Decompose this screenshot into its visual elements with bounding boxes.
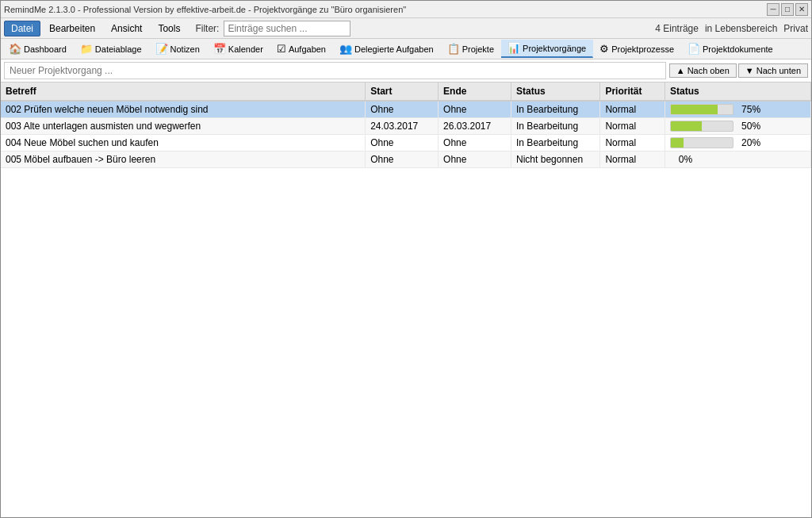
- cell-prioritaet: Normal: [600, 118, 665, 135]
- nav-dateiablage[interactable]: 📁 Dateiablage: [74, 40, 149, 57]
- move-down-button[interactable]: ▼ Nach unten: [738, 63, 808, 78]
- move-up-label: Nach oben: [688, 66, 730, 75]
- cell-start: Ohne: [366, 101, 439, 118]
- projektprozesse-icon: ⚙: [599, 43, 609, 55]
- cell-status: In Bearbeitung: [511, 118, 600, 135]
- nav-delegierte[interactable]: 👥 Delegierte Aufgaben: [333, 40, 441, 57]
- col-ende[interactable]: Ende: [439, 82, 511, 101]
- minimize-button[interactable]: ─: [767, 3, 779, 16]
- search-input[interactable]: [224, 21, 350, 36]
- up-down-buttons: ▲ Nach oben ▼ Nach unten: [669, 63, 808, 78]
- cell-status: Nicht begonnen: [511, 152, 600, 168]
- nav-notizen[interactable]: 📝 Notizen: [149, 40, 207, 57]
- progress-label: 0%: [670, 154, 692, 165]
- col-status[interactable]: Status: [511, 82, 600, 101]
- arrow-up-icon: ▲: [676, 66, 685, 75]
- lebensbereich-label: in Lebensbereich: [705, 23, 777, 34]
- privat-label: Privat: [783, 23, 808, 34]
- nav-projektdokumente-label: Projektdokumente: [703, 44, 773, 54]
- cell-progress: 50%: [665, 118, 811, 135]
- cell-ende: Ohne: [439, 101, 511, 118]
- nav-notizen-label: Notizen: [170, 44, 200, 54]
- progress-label: 75%: [738, 104, 760, 115]
- menu-bearbeiten[interactable]: Bearbeiten: [42, 21, 102, 36]
- menu-datei[interactable]: Datei: [4, 21, 40, 36]
- cell-start: Ohne: [366, 135, 439, 152]
- cell-start: Ohne: [366, 152, 439, 168]
- close-button[interactable]: ✕: [795, 3, 808, 16]
- cell-prioritaet: Normal: [600, 152, 665, 168]
- progress-bar-bg: [670, 121, 733, 132]
- arrow-down-icon: ▼: [745, 66, 754, 75]
- col-fortschritt[interactable]: Status: [665, 82, 811, 101]
- nav-projektvorgaenge-label: Projektvorgänge: [523, 44, 586, 53]
- cell-prioritaet: Normal: [600, 101, 665, 118]
- cell-betreff: 002 Prüfen welche neuen Möbel notwendig …: [1, 101, 366, 118]
- nav-bar: 🏠 Dashboard 📁 Dateiablage 📝 Notizen 📅 Ka…: [1, 39, 811, 59]
- dateiablage-icon: 📁: [80, 43, 93, 55]
- col-betreff[interactable]: Betreff: [1, 82, 366, 101]
- delegierte-icon: 👥: [339, 43, 352, 55]
- cell-progress: 0%: [665, 152, 811, 168]
- title-bar: RemindMe 2.1.3.0 - Professional Version …: [1, 1, 811, 18]
- nav-projekte[interactable]: 📋 Projekte: [441, 40, 501, 57]
- nav-aufgaben[interactable]: ☑ Aufgaben: [270, 40, 333, 57]
- progress-label: 50%: [738, 121, 760, 132]
- cell-progress: 75%: [665, 101, 811, 118]
- cell-prioritaet: Normal: [600, 135, 665, 152]
- nav-projektvorgaenge[interactable]: 📊 Projektvorgänge: [501, 40, 593, 58]
- nav-projekte-label: Projekte: [462, 44, 494, 54]
- maximize-button[interactable]: □: [781, 3, 794, 16]
- table-header: Betreff Start Ende Status Priorität Stat…: [1, 82, 811, 101]
- cell-ende: 26.03.2017: [439, 118, 511, 135]
- table-row[interactable]: 003 Alte unterlagen ausmisten und wegwer…: [1, 118, 811, 135]
- app-window: RemindMe 2.1.3.0 - Professional Version …: [0, 0, 812, 518]
- progress-bar-fill: [671, 121, 702, 131]
- nav-projektprozesse[interactable]: ⚙ Projektprozesse: [593, 40, 681, 57]
- menu-bar: Datei Bearbeiten Ansicht Tools Filter: 4…: [1, 18, 811, 39]
- cell-status: In Bearbeitung: [511, 135, 600, 152]
- title-bar-controls: ─ □ ✕: [767, 3, 808, 16]
- move-up-button[interactable]: ▲ Nach oben: [669, 63, 737, 78]
- progress-cell: 50%: [670, 121, 806, 132]
- nav-dateiablage-label: Dateiablage: [95, 44, 142, 54]
- table-row[interactable]: 002 Prüfen welche neuen Möbel notwendig …: [1, 101, 811, 118]
- projektdokumente-icon: 📄: [688, 43, 700, 55]
- cell-ende: Ohne: [439, 135, 511, 152]
- table-row[interactable]: 004 Neue Möbel suchen und kaufenOhneOhne…: [1, 135, 811, 152]
- table-container: Betreff Start Ende Status Priorität Stat…: [1, 82, 811, 517]
- nav-projektdokumente[interactable]: 📄 Projektdokumente: [681, 40, 780, 57]
- title-bar-text: RemindMe 2.1.3.0 - Professional Version …: [4, 5, 406, 14]
- cell-betreff: 003 Alte unterlagen ausmisten und wegwer…: [1, 118, 366, 135]
- cell-betreff: 004 Neue Möbel suchen und kaufen: [1, 135, 366, 152]
- nav-kalender[interactable]: 📅 Kalender: [207, 40, 270, 57]
- progress-cell: 0%: [670, 154, 806, 165]
- dashboard-icon: 🏠: [9, 43, 21, 55]
- table-row[interactable]: 005 Möbel aufbauen -> Büro leerenOhneOhn…: [1, 152, 811, 168]
- progress-bar-bg: [670, 104, 733, 115]
- col-start[interactable]: Start: [366, 82, 439, 101]
- cell-ende: Ohne: [439, 152, 511, 168]
- nav-kalender-label: Kalender: [228, 44, 263, 54]
- entries-count: 4 Einträge: [655, 23, 699, 34]
- nav-aufgaben-label: Aufgaben: [289, 44, 326, 54]
- new-entry-input[interactable]: [4, 62, 666, 79]
- menu-tools[interactable]: Tools: [151, 21, 187, 36]
- aufgaben-icon: ☑: [277, 43, 286, 55]
- filter-label: Filter:: [195, 23, 219, 34]
- col-prioritaet[interactable]: Priorität: [600, 82, 665, 101]
- notizen-icon: 📝: [155, 43, 168, 55]
- progress-label: 20%: [738, 137, 760, 148]
- cell-start: 24.03.2017: [366, 118, 439, 135]
- action-bar: ▲ Nach oben ▼ Nach unten: [1, 59, 811, 82]
- nav-dashboard[interactable]: 🏠 Dashboard: [2, 40, 74, 57]
- main-table: Betreff Start Ende Status Priorität Stat…: [1, 82, 811, 168]
- cell-progress: 20%: [665, 135, 811, 152]
- right-controls: 4 Einträge in Lebensbereich Privat: [655, 23, 808, 34]
- nav-delegierte-label: Delegierte Aufgaben: [354, 44, 434, 54]
- projektvorgaenge-icon: 📊: [508, 42, 520, 54]
- progress-cell: 75%: [670, 104, 806, 115]
- move-down-label: Nach unten: [756, 66, 801, 75]
- progress-bar-fill: [671, 138, 684, 148]
- menu-ansicht[interactable]: Ansicht: [104, 21, 149, 36]
